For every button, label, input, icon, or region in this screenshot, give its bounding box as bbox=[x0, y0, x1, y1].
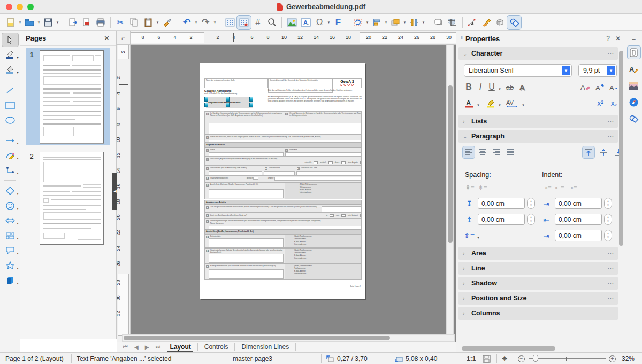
fit-page-icon[interactable]: ✥ bbox=[502, 353, 507, 364]
paste-dropdown[interactable]: ▾ bbox=[155, 20, 160, 25]
status-object-size[interactable]: 5,08 x 0,40 bbox=[406, 353, 437, 364]
edit-points-button[interactable] bbox=[465, 16, 479, 29]
sidebar-horizontal-scrollbar-thumb[interactable] bbox=[462, 346, 555, 351]
distribute-dropdown[interactable]: ▾ bbox=[421, 20, 426, 25]
indent-before-stepper[interactable]: ˄˅ bbox=[604, 198, 612, 209]
clone-formatting-button[interactable] bbox=[160, 16, 174, 29]
increase-indent-button[interactable]: ⇥≡ bbox=[542, 182, 552, 193]
distribute-button[interactable] bbox=[407, 16, 421, 29]
align-objects-dropdown[interactable]: ▾ bbox=[384, 20, 388, 25]
redo-dropdown[interactable]: ▾ bbox=[212, 20, 217, 25]
horizontal-ruler[interactable]: 8642 24 681012141618 202224262830 bbox=[131, 31, 456, 45]
zoom-out-icon[interactable]: − bbox=[518, 353, 525, 364]
lines-and-arrows-tool[interactable]: ▾ bbox=[2, 134, 18, 147]
paste-button[interactable] bbox=[141, 16, 155, 29]
new-document-dropdown[interactable]: ▾ bbox=[18, 20, 22, 25]
export-button[interactable] bbox=[66, 16, 80, 29]
snap-to-grid-button[interactable] bbox=[237, 16, 251, 29]
canvas-vertical-scrollbar[interactable] bbox=[446, 45, 454, 334]
fontwork-button[interactable]: F bbox=[331, 16, 345, 29]
rectangle-tool[interactable] bbox=[2, 98, 18, 112]
highlight-color-dropdown-icon[interactable]: ▾ bbox=[497, 99, 502, 111]
minimize-window-button[interactable] bbox=[17, 4, 23, 10]
3d-objects-tool[interactable]: ▾ bbox=[2, 274, 18, 287]
canvas-vertical-scrollbar-thumb[interactable] bbox=[448, 85, 453, 243]
special-character-dropdown[interactable]: ▾ bbox=[326, 20, 331, 25]
save-button[interactable] bbox=[41, 16, 55, 29]
canvas-horizontal-scrollbar-thumb[interactable] bbox=[124, 336, 390, 340]
arrange-dropdown[interactable]: ▾ bbox=[402, 20, 407, 25]
section-area[interactable]: ›Area⋯ bbox=[458, 247, 618, 260]
increase-spacing-button[interactable]: ⇞≡ bbox=[465, 182, 475, 193]
zoom-button[interactable] bbox=[265, 16, 279, 29]
stars-tool[interactable]: ▾ bbox=[2, 259, 18, 272]
decrease-font-size-button[interactable]: A bbox=[608, 81, 620, 93]
gallery-deck-icon[interactable] bbox=[628, 79, 640, 92]
curve-tool[interactable]: ▾ bbox=[2, 149, 18, 162]
selection-handle-bottom-right[interactable] bbox=[249, 103, 253, 107]
cut-button[interactable]: ✂ bbox=[113, 16, 127, 29]
font-name-combobox[interactable]: Liberation Serif ▼ bbox=[464, 64, 572, 77]
shapes-deck-icon[interactable] bbox=[628, 112, 640, 125]
status-scale[interactable]: 1:1 bbox=[467, 353, 476, 364]
flowchart-tool[interactable]: ▾ bbox=[2, 229, 18, 242]
superscript-button[interactable]: x² bbox=[594, 97, 606, 109]
zoom-window-button[interactable] bbox=[27, 4, 34, 10]
section-columns[interactable]: ›Columns bbox=[458, 307, 618, 320]
copy-button[interactable] bbox=[127, 16, 141, 29]
symbol-shapes-tool[interactable]: ▾ bbox=[2, 199, 18, 212]
close-window-button[interactable] bbox=[6, 4, 12, 10]
pages-panel-close-icon[interactable]: ✕ bbox=[104, 34, 110, 42]
bold-button[interactable]: B bbox=[464, 81, 473, 93]
zoom-slider-handle[interactable] bbox=[533, 355, 538, 362]
status-selection-info[interactable]: Text Frame 'Angaben ...' selected bbox=[77, 353, 171, 364]
block-arrows-tool[interactable]: ▾ bbox=[2, 214, 18, 227]
align-top-button[interactable] bbox=[583, 146, 594, 158]
switch-indent-button[interactable]: ⇥≡ bbox=[568, 182, 577, 193]
sidebar-drag-handle[interactable]: ⁞⁞ bbox=[461, 36, 462, 41]
spacing-below-field[interactable]: 0,00 cm bbox=[478, 198, 525, 209]
redo-button[interactable]: ↷ bbox=[198, 16, 212, 29]
show-draw-functions-button[interactable] bbox=[507, 16, 521, 29]
strikethrough-button[interactable]: ab bbox=[505, 81, 515, 93]
lists-more-options-icon[interactable]: ⋯ bbox=[607, 118, 614, 125]
underline-dropdown-icon[interactable]: ▾ bbox=[497, 83, 502, 95]
align-objects-button[interactable] bbox=[370, 16, 384, 29]
font-size-dropdown-icon[interactable]: ▼ bbox=[607, 66, 615, 75]
shadow-button[interactable] bbox=[432, 16, 446, 29]
clear-formatting-button[interactable]: A bbox=[579, 81, 591, 93]
zoom-in-icon[interactable]: + bbox=[609, 353, 616, 364]
spacing-below-stepper[interactable]: ˄˅ bbox=[527, 198, 535, 209]
align-left-button[interactable] bbox=[463, 146, 475, 158]
paragraph-more-options-icon[interactable]: ⋯ bbox=[607, 133, 614, 140]
character-spacing-button[interactable]: AV bbox=[506, 97, 519, 109]
select-tool[interactable] bbox=[2, 33, 18, 47]
helplines-button[interactable]: # bbox=[251, 16, 265, 29]
shadow-more-options-icon[interactable]: ⋯ bbox=[607, 280, 614, 287]
last-layer-arrow[interactable]: ⏭ bbox=[155, 344, 160, 350]
tab-controls[interactable]: Controls bbox=[198, 342, 235, 352]
line-spacing-icon[interactable]: ⇕≡ bbox=[464, 230, 475, 242]
ellipse-tool[interactable] bbox=[2, 113, 18, 127]
page-thumbnail-1[interactable] bbox=[40, 50, 104, 143]
spacing-above-field[interactable]: 0,00 cm bbox=[478, 214, 525, 225]
toggle-extrusion-button[interactable] bbox=[493, 16, 507, 29]
document-modified-icon[interactable] bbox=[483, 353, 491, 364]
selection-handle-top-right[interactable] bbox=[249, 97, 253, 102]
sidebar-vertical-scrollbar-thumb[interactable] bbox=[619, 51, 623, 246]
sidebar-help-button[interactable]: ? bbox=[606, 35, 610, 42]
decrease-spacing-button[interactable]: ⇟≡ bbox=[478, 182, 487, 193]
indent-before-field[interactable]: 0,00 cm bbox=[555, 198, 602, 209]
status-master-page[interactable]: master-page3 bbox=[233, 353, 272, 364]
selection-handle-bottom-left[interactable] bbox=[204, 103, 208, 107]
tab-layout[interactable]: Layout bbox=[163, 342, 197, 352]
selection-handle-top-left[interactable] bbox=[204, 97, 208, 102]
section-character[interactable]: ⌄Character⋯ bbox=[458, 47, 618, 60]
connector-tool[interactable]: ▾ bbox=[2, 164, 18, 177]
gluepoints-button[interactable] bbox=[479, 16, 493, 29]
indent-after-stepper[interactable]: ˄˅ bbox=[604, 214, 612, 225]
increase-font-size-button[interactable]: A bbox=[594, 81, 606, 93]
styles-deck-icon[interactable]: A bbox=[628, 63, 640, 75]
canvas-horizontal-scrollbar[interactable] bbox=[122, 334, 455, 342]
character-shadow-button[interactable]: A bbox=[517, 81, 527, 93]
